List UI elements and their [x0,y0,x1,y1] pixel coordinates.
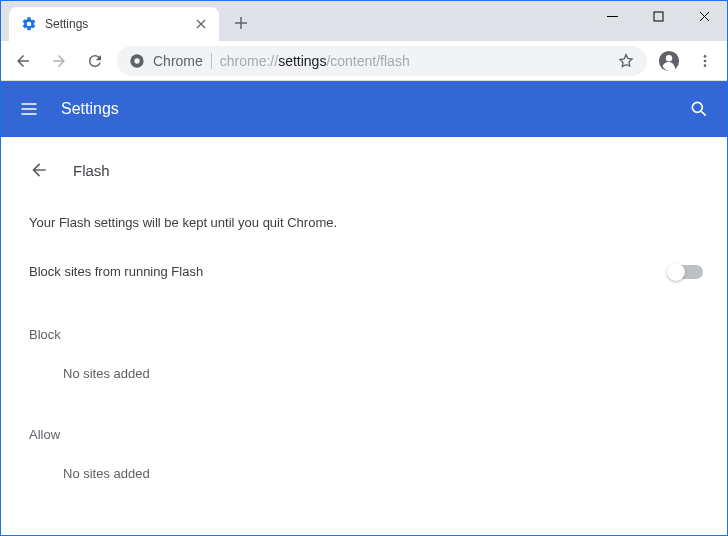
window-titlebar: Settings [1,1,727,41]
svg-point-2 [134,58,139,63]
svg-point-6 [704,59,707,62]
reload-button[interactable] [81,47,109,75]
svg-point-5 [704,55,707,58]
app-header: Settings [1,81,727,137]
omnibox-url: chrome://settings/content/flash [220,53,410,69]
window-controls [589,1,727,31]
maximize-button[interactable] [635,1,681,31]
allow-section-header: Allow [25,391,703,456]
svg-point-7 [704,64,707,67]
browser-tab[interactable]: Settings [9,7,219,41]
omnibox-scheme-label: Chrome [153,53,203,69]
hamburger-menu-button[interactable] [17,97,41,121]
nav-back-button[interactable] [9,47,37,75]
page-header-row: Flash [25,137,703,193]
block-section-header: Block [25,291,703,356]
browser-toolbar: Chrome chrome://settings/content/flash [1,41,727,81]
page-back-button[interactable] [29,160,49,180]
tab-title: Settings [45,17,193,31]
settings-card: Flash Your Flash settings will be kept u… [25,137,703,491]
omnibox[interactable]: Chrome chrome://settings/content/flash [117,46,647,76]
kebab-menu-button[interactable] [691,47,719,75]
svg-rect-0 [654,12,663,21]
page-title: Flash [73,162,110,179]
star-icon[interactable] [617,52,635,70]
svg-point-8 [692,102,702,112]
allow-section-empty: No sites added [25,456,703,491]
toggle-row: Block sites from running Flash [25,252,703,291]
svg-point-4 [666,55,672,61]
minimize-button[interactable] [589,1,635,31]
chrome-icon [129,53,145,69]
nav-forward-button[interactable] [45,47,73,75]
toggle-label: Block sites from running Flash [29,264,203,279]
close-window-button[interactable] [681,1,727,31]
close-icon[interactable] [193,16,209,32]
omnibox-separator [211,53,212,69]
block-section-empty: No sites added [25,356,703,391]
app-title: Settings [61,100,119,118]
block-flash-toggle[interactable] [669,265,703,279]
profile-avatar-button[interactable] [655,47,683,75]
content-area: Flash Your Flash settings will be kept u… [1,137,727,535]
gear-icon [21,16,37,32]
toggle-knob [667,263,685,281]
search-button[interactable] [687,97,711,121]
info-text: Your Flash settings will be kept until y… [25,193,703,252]
new-tab-button[interactable] [227,9,255,37]
